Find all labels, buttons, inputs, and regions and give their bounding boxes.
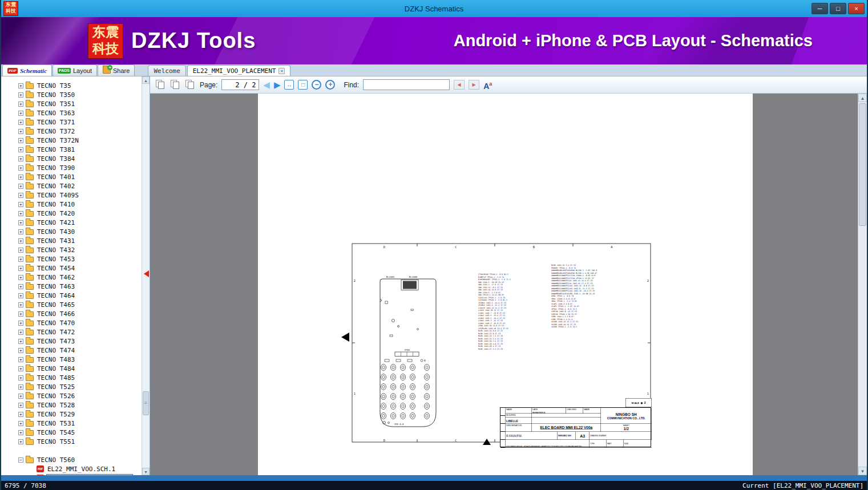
scroll-up-icon[interactable]: ▲: [142, 76, 150, 84]
expand-plus-icon[interactable]: +: [18, 348, 23, 353]
tree-folder-row[interactable]: + TECNO T401: [1, 172, 141, 181]
expand-plus-icon[interactable]: +: [18, 229, 23, 234]
tree-folder-row[interactable]: + TECNO T466: [1, 309, 141, 318]
page-layout-facing-icon[interactable]: [170, 79, 181, 90]
tree-folder-row-expanded[interactable]: − TECNO T560: [1, 455, 141, 464]
expand-plus-icon[interactable]: +: [18, 403, 23, 408]
page-number-input[interactable]: [221, 79, 259, 90]
tab-share[interactable]: Share: [98, 64, 135, 76]
collapse-minus-icon[interactable]: −: [18, 457, 23, 463]
expand-plus-icon[interactable]: +: [18, 165, 23, 171]
tree-folder-row[interactable]: + TECNO T473: [1, 337, 141, 346]
tree-folder-row[interactable]: + TECNO T454: [1, 264, 141, 273]
tree-folder-row[interactable]: + TECNO T525: [1, 382, 141, 391]
expand-plus-icon[interactable]: +: [18, 311, 23, 317]
tree-file-row-selected[interactable]: PDF EL22_MMI_VOO_PLACEMENT: [1, 473, 141, 475]
tree-folder-row[interactable]: + TECNO T35: [1, 81, 141, 90]
page-layout-single-icon[interactable]: [155, 79, 166, 90]
tree-folder-row[interactable]: + TECNO T463: [1, 282, 141, 291]
tree-file-row[interactable]: PDF EL22_MMI_VOO.SCH.1: [1, 464, 141, 473]
expand-plus-icon[interactable]: +: [18, 321, 23, 326]
expand-plus-icon[interactable]: +: [18, 384, 23, 390]
minimize-button[interactable]: ─: [812, 3, 828, 14]
expand-plus-icon[interactable]: +: [18, 111, 23, 116]
expand-plus-icon[interactable]: +: [18, 421, 23, 426]
tree-folder-row[interactable]: + TECNO T371: [1, 118, 141, 127]
expand-plus-icon[interactable]: +: [18, 430, 23, 435]
fit-page-icon[interactable]: □: [298, 80, 308, 90]
expand-plus-icon[interactable]: +: [18, 375, 23, 380]
tree-folder-row[interactable]: + TECNO T381: [1, 145, 141, 154]
expand-plus-icon[interactable]: +: [18, 394, 23, 399]
expand-plus-icon[interactable]: +: [18, 330, 23, 335]
find-previous-icon[interactable]: ◀: [454, 80, 465, 90]
expand-plus-icon[interactable]: +: [18, 193, 23, 198]
tab-layout[interactable]: PADS Layout: [53, 64, 97, 76]
expand-plus-icon[interactable]: +: [18, 238, 23, 244]
tree-folder-row[interactable]: + TECNO T372N: [1, 136, 141, 145]
expand-plus-icon[interactable]: +: [18, 147, 23, 152]
expand-plus-icon[interactable]: +: [18, 293, 23, 298]
next-page-icon[interactable]: ▶: [274, 80, 281, 89]
expand-plus-icon[interactable]: +: [18, 339, 23, 344]
expand-plus-icon[interactable]: +: [18, 284, 23, 289]
doc-tab-welcome[interactable]: Welcome: [148, 65, 185, 76]
tree-folder-row[interactable]: + TECNO T420: [1, 209, 141, 218]
tree-folder-row[interactable]: + TECNO T363: [1, 108, 141, 118]
tree-folder-row[interactable]: + TECNO T483: [1, 355, 141, 364]
tree-folder-row[interactable]: + TECNO T402: [1, 181, 141, 191]
expand-plus-icon[interactable]: +: [18, 412, 23, 417]
expand-plus-icon[interactable]: +: [18, 156, 23, 161]
expand-plus-icon[interactable]: +: [18, 302, 23, 307]
pdf-viewer[interactable]: D C B A D C B A 2 2 1 1: [150, 94, 867, 475]
zoom-in-icon[interactable]: +: [325, 80, 335, 90]
tree-folder-row[interactable]: + TECNO T351: [1, 99, 141, 108]
tree-folder-row[interactable]: + TECNO T453: [1, 254, 141, 264]
tree-folder-row[interactable]: + TECNO T470: [1, 318, 141, 327]
tree-folder-row[interactable]: + TECNO T529: [1, 410, 141, 419]
expand-plus-icon[interactable]: +: [18, 92, 23, 98]
fit-width-icon[interactable]: ↔: [284, 80, 294, 90]
expand-plus-icon[interactable]: +: [18, 83, 23, 88]
find-next-icon[interactable]: ▶: [469, 80, 479, 90]
expand-plus-icon[interactable]: +: [18, 357, 23, 362]
scroll-down-icon[interactable]: ▼: [142, 468, 150, 475]
tree-folder-row[interactable]: + TECNO T431: [1, 236, 141, 245]
tree-folder-row[interactable]: + TECNO T350: [1, 90, 141, 99]
expand-plus-icon[interactable]: +: [18, 175, 23, 180]
close-button[interactable]: ×: [848, 3, 865, 14]
expand-plus-icon[interactable]: +: [18, 248, 23, 253]
page-layout-book-icon[interactable]: [185, 79, 196, 90]
expand-plus-icon[interactable]: +: [18, 275, 23, 280]
tree-folder-row[interactable]: + TECNO T531: [1, 419, 141, 428]
tree-folder-row[interactable]: + TECNO T484: [1, 364, 141, 373]
expand-plus-icon[interactable]: +: [18, 266, 23, 271]
expand-plus-icon[interactable]: +: [18, 138, 23, 143]
tree-folder-row[interactable]: + TECNO T421: [1, 218, 141, 227]
tree-folder-row[interactable]: + TECNO T472: [1, 327, 141, 337]
tree-folder-row[interactable]: + TECNO T410: [1, 200, 141, 209]
expand-plus-icon[interactable]: +: [18, 184, 23, 189]
tree-folder-row[interactable]: + TECNO T526: [1, 391, 141, 400]
expand-plus-icon[interactable]: +: [18, 366, 23, 371]
maximize-button[interactable]: □: [830, 3, 846, 14]
doc-tab-placement[interactable]: EL22_MMI_VOO_PLACEMENT ✕: [187, 65, 291, 76]
tree-folder-row[interactable]: + TECNO T474: [1, 346, 141, 355]
match-case-icon[interactable]: Aa: [483, 80, 492, 90]
scroll-down-icon[interactable]: ▼: [858, 467, 867, 475]
tree-folder-row[interactable]: + TECNO T384: [1, 154, 141, 163]
tree-folder-row[interactable]: + TECNO T545: [1, 428, 141, 437]
tree-folder-row[interactable]: + TECNO T390: [1, 163, 141, 172]
zoom-out-icon[interactable]: −: [312, 80, 321, 90]
expand-plus-icon[interactable]: +: [18, 439, 23, 444]
tree-folder-row[interactable]: + TECNO T409S: [1, 191, 141, 200]
expand-plus-icon[interactable]: +: [18, 102, 23, 107]
expand-plus-icon[interactable]: +: [18, 220, 23, 225]
find-input[interactable]: [363, 79, 450, 90]
tab-schematic[interactable]: PDF Schematic: [2, 64, 52, 76]
expand-plus-icon[interactable]: +: [18, 257, 23, 262]
tree-folder-row[interactable]: + TECNO T432: [1, 245, 141, 254]
previous-page-icon[interactable]: ◀: [263, 80, 270, 89]
tree-folder-row[interactable]: + TECNO T372: [1, 127, 141, 136]
sidebar-scroll-thumb[interactable]: ≡: [143, 391, 149, 415]
